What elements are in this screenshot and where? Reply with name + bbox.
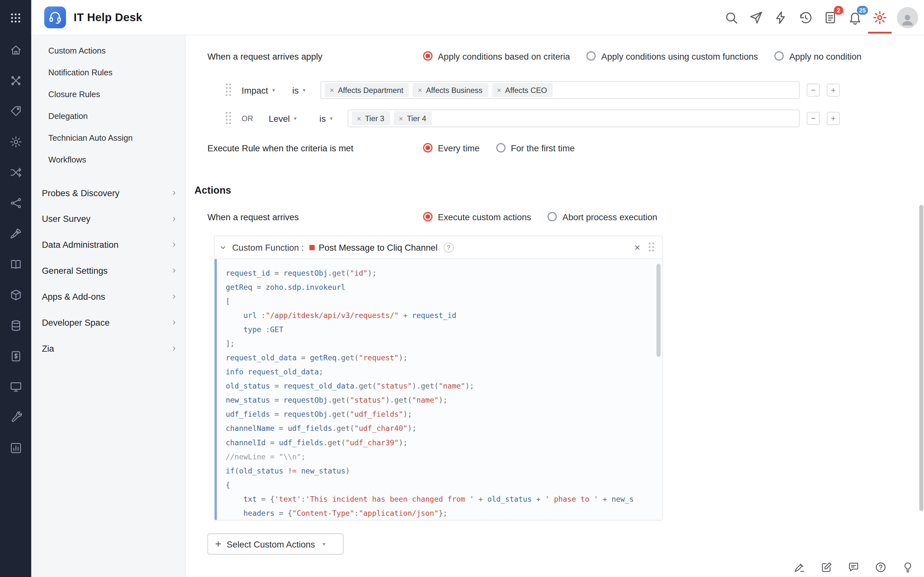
history-icon[interactable] [798,10,813,25]
sidebar-item-notification-rules[interactable]: Notification Rules [31,62,185,84]
header-icons: 225 [724,10,888,25]
criteria-field-select[interactable]: Level▾ [269,113,307,123]
setup-icon[interactable] [9,74,22,87]
bell-icon[interactable]: 25 [847,10,863,25]
chevron-down-icon: ▾ [330,115,333,121]
remove-chip-icon[interactable]: ✕ [330,87,334,93]
custom-function-title: Custom Function : [232,242,304,252]
quick-create-icon[interactable] [748,10,764,25]
apps-grid-icon[interactable] [9,11,22,24]
sidebar-group-label: Zia [42,343,54,353]
add-condition-button[interactable]: + [827,84,840,97]
criteria-values-input[interactable]: ✕Tier 3✕Tier 4 [348,110,800,127]
chevron-right-icon: › [173,343,176,353]
assets-icon[interactable] [9,288,22,301]
settings-icon[interactable] [872,10,887,25]
criteria-field-select[interactable]: Impact▾ [242,85,279,95]
radio-abort-process-execution[interactable]: Abort process execution [548,211,657,221]
remove-condition-button[interactable]: − [806,84,819,97]
avatar[interactable] [897,7,918,28]
remote-desktop-icon[interactable] [9,380,22,393]
integrations-icon[interactable] [9,197,22,210]
notification-badge: 2 [834,5,843,15]
radio-label: Apply conditions using custom functions [601,51,758,61]
radio-icon [423,143,433,152]
criteria-row: Impact▾ is▾ ✕Affects Department✕Affects … [226,81,840,100]
radio-label: Every time [438,143,480,153]
sidebar-item-closure-rules[interactable]: Closure Rules [31,84,185,105]
automation-icon[interactable] [9,135,22,148]
sidebar-item-workflows[interactable]: Workflows [31,149,185,171]
remove-chip-icon[interactable]: ✕ [417,87,422,93]
sidebar-item-custom-actions[interactable]: Custom Actions [31,40,185,62]
database-icon[interactable] [9,319,22,332]
code-line: info request_old_data; [226,365,662,379]
criteria-operator-select[interactable]: is▾ [292,85,309,95]
radio-execute-custom-actions[interactable]: Execute custom actions [423,211,531,221]
plus-icon: + [215,539,221,550]
shuffle-icon[interactable] [9,166,22,179]
sidebar-item-technician-auto-assign[interactable]: Technician Auto Assign [31,127,185,149]
headset-icon [48,10,63,25]
scrollbar-thumb[interactable] [919,205,923,511]
sidebar-group-user-survey[interactable]: User Survey› [31,205,185,231]
chevron-down-icon: ▾ [303,87,305,93]
when-apply-radio-group: Apply conditions based on criteriaApply … [423,50,861,62]
radio-every-time[interactable]: Every time [423,143,480,153]
sidebar-group-data-administration[interactable]: Data Administration› [31,231,185,258]
sidebar-group-general-settings[interactable]: General Settings› [31,258,185,284]
collapse-chevron-icon[interactable] [219,243,227,251]
app-logo[interactable] [44,6,66,28]
smart-edit-icon[interactable] [793,561,806,573]
zap-icon[interactable] [773,10,788,25]
sidebar-group-apps-add-ons[interactable]: Apps & Add-ons› [31,283,185,309]
sidebar-group-zia[interactable]: Zia› [31,335,185,361]
sidebar-group-label: Developer Space [42,317,110,327]
lightbulb-icon[interactable] [901,561,914,573]
chevron-right-icon: › [173,239,176,250]
rocket-icon[interactable] [9,227,22,240]
chat-icon[interactable] [847,561,860,573]
drag-handle-icon[interactable] [649,243,654,252]
radio-apply-no-condition[interactable]: Apply no condition [774,51,861,61]
code-line: old_status = request_old_data.get("statu… [226,379,662,393]
sidebar-group-probes-discovery[interactable]: Probes & Discovery› [31,179,185,205]
billing-icon[interactable] [9,350,22,363]
criteria-operator-select[interactable]: is▾ [320,113,336,123]
value-chip-affects-ceo: ✕Affects CEO [492,83,553,97]
remove-chip-icon[interactable]: ✕ [357,115,361,121]
code-scrollbar[interactable] [656,264,661,357]
code-editor[interactable]: request_id = requestObj.get("id");getReq… [215,258,662,520]
sidebar-group-label: Apps & Add-ons [42,291,105,301]
chevron-down-icon: ▾ [272,87,275,93]
tags-icon[interactable] [9,105,22,118]
knowledge-icon[interactable] [9,258,22,271]
close-icon[interactable]: ✕ [634,243,640,252]
remove-condition-button[interactable]: − [806,112,819,125]
radio-for-the-first-time[interactable]: For the first time [496,143,575,153]
sidebar-group-developer-space[interactable]: Developer Space› [31,309,185,335]
add-condition-button[interactable]: + [827,112,840,125]
reports-icon[interactable] [9,442,22,455]
compose-icon[interactable] [821,561,833,573]
radio-icon [423,212,433,221]
tools-icon[interactable] [9,411,22,424]
page-scrollbar[interactable] [919,35,923,577]
help-badge[interactable]: ? [443,242,453,252]
criteria-operator-value: is [320,113,326,123]
radio-apply-conditions-based-on-criteria[interactable]: Apply conditions based on criteria [423,51,570,61]
drag-handle-icon[interactable] [226,84,231,97]
search-icon[interactable] [724,10,739,25]
drag-handle-icon[interactable] [226,112,231,125]
approvals-icon[interactable]: 2 [822,10,838,25]
remove-chip-icon[interactable]: ✕ [497,87,501,93]
remove-chip-icon[interactable]: ✕ [399,115,403,121]
select-custom-actions-button[interactable]: + Select Custom Actions ▾ [208,533,344,554]
it-help-desk-window: IT Help Desk 225 Custom ActionsNotificat… [0,0,924,577]
execute-rule-radio-group: Every timeFor the first time [423,142,575,154]
radio-apply-conditions-using-custom-functions[interactable]: Apply conditions using custom functions [586,51,758,61]
criteria-values-input[interactable]: ✕Affects Department✕Affects Business✕Aff… [320,81,800,99]
sidebar-item-delegation[interactable]: Delegation [31,105,185,127]
home-icon[interactable] [9,44,22,56]
help-icon[interactable] [875,561,887,573]
